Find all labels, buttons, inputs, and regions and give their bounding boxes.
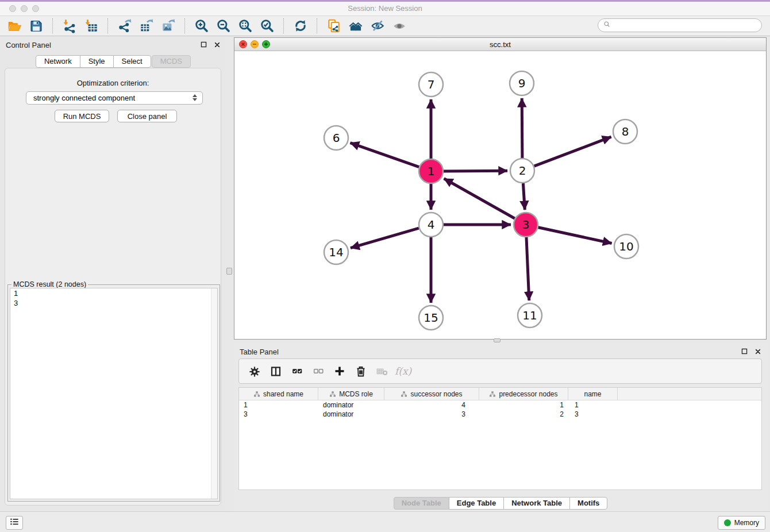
- column-header-predecessor-nodes[interactable]: predecessor nodes: [479, 388, 568, 400]
- tab-select[interactable]: Select: [113, 55, 151, 68]
- vertical-splitter-handle[interactable]: [226, 268, 232, 275]
- table-cell[interactable]: 1: [568, 401, 618, 409]
- main-toolbar: [0, 16, 770, 36]
- show-graphics-icon[interactable]: [388, 17, 410, 35]
- float-panel-icon[interactable]: [199, 40, 208, 49]
- node-3[interactable]: 3: [514, 213, 538, 237]
- edge-3-1[interactable]: [444, 179, 515, 218]
- dropdown-stepper-icon: [192, 94, 197, 101]
- delete-row-icon[interactable]: [350, 361, 371, 381]
- table-cell[interactable]: 3: [239, 410, 318, 418]
- edge-3-11[interactable]: [526, 237, 529, 300]
- network-view-window: scc.txt 7968124314101511: [234, 37, 767, 340]
- tab-mcds[interactable]: MCDS: [152, 55, 191, 68]
- gear-icon[interactable]: [244, 361, 265, 381]
- table-cell[interactable]: 1: [479, 401, 568, 409]
- table-row[interactable]: 1dominator411: [239, 400, 761, 410]
- close-table-panel-icon[interactable]: [753, 347, 762, 356]
- zoom-out-icon[interactable]: [213, 17, 234, 35]
- select-all-icon[interactable]: [286, 361, 307, 381]
- tab-node-table[interactable]: Node Table: [394, 497, 449, 510]
- column-header-successor-nodes[interactable]: successor nodes: [384, 388, 479, 400]
- search-box[interactable]: [598, 18, 762, 32]
- column-header-name[interactable]: name: [568, 388, 618, 400]
- edge-4-14[interactable]: [351, 228, 419, 248]
- control-panel-header: Control Panel: [0, 36, 226, 53]
- status-bar: Memory: [0, 511, 770, 532]
- column-header-MCDS-role[interactable]: MCDS role: [318, 388, 384, 400]
- control-panel-tabs: NetworkStyleSelectMCDS: [0, 55, 226, 68]
- task-history-button[interactable]: [6, 516, 23, 530]
- node-10[interactable]: 10: [614, 234, 638, 259]
- add-row-icon[interactable]: [329, 361, 350, 381]
- hide-annotations-icon[interactable]: [367, 17, 388, 35]
- columns-icon[interactable]: [265, 361, 286, 381]
- table-cell[interactable]: 3: [568, 410, 618, 418]
- close-panel-button[interactable]: Close panel: [117, 110, 177, 122]
- zoom-in-icon[interactable]: [191, 17, 213, 35]
- import-network-icon[interactable]: [59, 17, 80, 35]
- svg-text:10: 10: [619, 240, 633, 253]
- search-input[interactable]: [614, 20, 761, 31]
- criterion-dropdown[interactable]: strongly connected component: [26, 91, 203, 105]
- network-window-titlebar[interactable]: scc.txt: [234, 38, 766, 51]
- horizontal-splitter-handle[interactable]: [494, 338, 500, 342]
- svg-text:7: 7: [428, 78, 435, 91]
- tab-network-table[interactable]: Network Table: [503, 497, 570, 510]
- node-8[interactable]: 8: [613, 119, 637, 144]
- clone-network-icon[interactable]: [323, 17, 345, 35]
- edge-3-10[interactable]: [538, 228, 612, 244]
- tab-edge-table[interactable]: Edge Table: [449, 497, 504, 510]
- table-body: 1dominator4113dominator323: [239, 400, 761, 419]
- node-1[interactable]: 1: [419, 159, 443, 183]
- node-4[interactable]: 4: [419, 213, 443, 237]
- edge-1-2[interactable]: [444, 171, 507, 171]
- open-file-icon[interactable]: [3, 17, 25, 35]
- save-session-icon[interactable]: [25, 17, 47, 35]
- edge-1-6[interactable]: [351, 143, 419, 167]
- destroy-table-icon: [371, 361, 392, 381]
- toolbar-separator: [52, 18, 53, 33]
- table-cell[interactable]: 4: [384, 401, 479, 409]
- network-canvas[interactable]: 7968124314101511: [234, 51, 766, 339]
- tab-network[interactable]: Network: [36, 55, 80, 68]
- export-table-icon[interactable]: [136, 17, 157, 35]
- mcds-result-fieldset: MCDS result (2 nodes) 13: [7, 284, 220, 502]
- table-header-row: shared nameMCDS rolesuccessor nodesprede…: [239, 388, 761, 400]
- table-cell[interactable]: dominator: [318, 410, 384, 418]
- node-15[interactable]: 15: [419, 306, 443, 330]
- table-row[interactable]: 3dominator323: [239, 410, 761, 419]
- node-9[interactable]: 9: [510, 71, 534, 95]
- tab-style[interactable]: Style: [80, 55, 114, 68]
- apply-layout-icon[interactable]: [290, 17, 311, 35]
- deselect-all-icon[interactable]: [307, 361, 329, 381]
- node-7[interactable]: 7: [419, 72, 443, 97]
- column-header-shared-name[interactable]: shared name: [239, 388, 318, 400]
- control-panel-title: Control Panel: [6, 41, 51, 49]
- table-cell[interactable]: 2: [479, 410, 568, 418]
- mcds-panel: Optimization criterion: strongly connect…: [5, 68, 221, 506]
- table-cell[interactable]: 1: [239, 401, 318, 409]
- node-6[interactable]: 6: [324, 126, 348, 150]
- float-table-panel-icon[interactable]: [740, 347, 749, 356]
- zoom-fit-icon[interactable]: [234, 17, 256, 35]
- export-image-icon[interactable]: [157, 17, 179, 35]
- mcds-result-list[interactable]: 13: [10, 288, 218, 499]
- import-table-icon[interactable]: [80, 17, 102, 35]
- table-cell[interactable]: dominator: [318, 401, 384, 409]
- node-14[interactable]: 14: [324, 240, 348, 264]
- close-panel-icon[interactable]: [213, 40, 221, 49]
- result-scrollbar[interactable]: [211, 288, 217, 499]
- run-mcds-button[interactable]: Run MCDS: [55, 110, 109, 122]
- edge-2-9[interactable]: [522, 98, 522, 158]
- node-11[interactable]: 11: [518, 303, 542, 327]
- home-icon[interactable]: [345, 17, 367, 35]
- edge-2-8[interactable]: [534, 137, 611, 166]
- memory-button[interactable]: Memory: [718, 516, 765, 530]
- edge-2-3[interactable]: [523, 183, 525, 210]
- zoom-selected-icon[interactable]: [256, 17, 278, 35]
- node-2[interactable]: 2: [510, 159, 534, 183]
- export-network-icon[interactable]: [114, 17, 136, 35]
- tab-motifs[interactable]: Motifs: [569, 497, 607, 510]
- table-cell[interactable]: 3: [384, 410, 479, 418]
